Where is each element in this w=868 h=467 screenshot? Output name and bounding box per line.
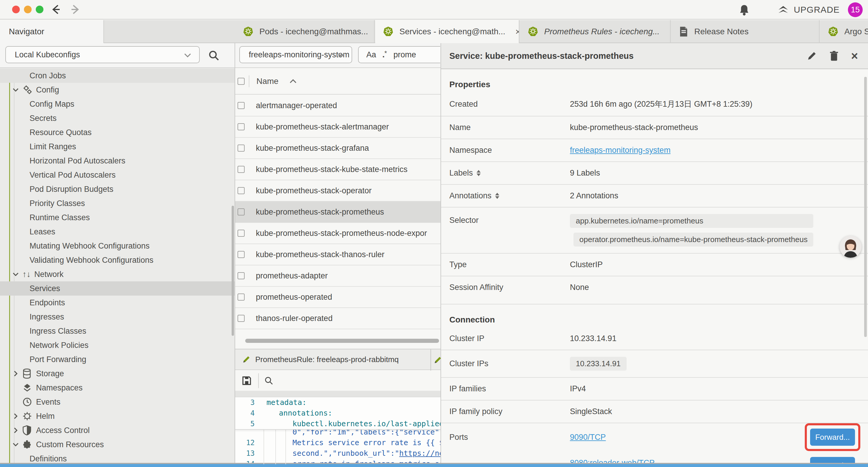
close-traffic-light[interactable] <box>12 6 20 13</box>
chevron-right-icon[interactable] <box>12 370 20 377</box>
table-row[interactable]: kube-prometheus-stack-kube-state-metrics <box>235 159 440 180</box>
upgrade-button[interactable]: UPGRADE <box>777 4 840 16</box>
sidebar-item-pod-disruption-budgets[interactable]: Pod Disruption Budgets <box>0 182 235 196</box>
selector-chip[interactable]: operator.prometheus.io/name=kube-prometh… <box>574 233 813 246</box>
tab-pods[interactable]: Pods - icecheng@mathmas... <box>235 20 375 43</box>
sidebar-section-network[interactable]: ↑↓ Network <box>0 267 235 282</box>
sidebar-item-resource-quotas[interactable]: Resource Quotas <box>0 125 235 140</box>
minimize-traffic-light[interactable] <box>24 6 32 13</box>
tab-release-notes[interactable]: Release Notes <box>671 20 819 43</box>
expand-collapse-icon[interactable] <box>495 193 499 199</box>
row-checkbox[interactable] <box>238 272 245 279</box>
sidebar-item-ingress-classes[interactable]: Ingress Classes <box>0 324 235 338</box>
namespace-link[interactable]: freeleaps-monitoring-system <box>570 146 671 155</box>
sidebar-item-validating-webhook-configurations[interactable]: Validating Webhook Configurations <box>0 253 235 267</box>
search-icon[interactable] <box>208 50 220 61</box>
sidebar-item-port-forwarding[interactable]: Port Forwarding <box>0 352 235 367</box>
table-row[interactable]: prometheus-adapter <box>235 265 440 287</box>
tab-argo[interactable]: Argo Se <box>820 20 868 43</box>
code-link[interactable]: https://net <box>399 449 440 458</box>
row-checkbox[interactable] <box>238 230 245 237</box>
regex-icon[interactable]: ▪* <box>382 49 387 60</box>
sidebar-item-vertical-pod-autoscalers[interactable]: Vertical Pod Autoscalers <box>0 168 235 182</box>
editor-search-icon[interactable] <box>264 376 274 385</box>
selector-chip[interactable]: app.kubernetes.io/name=prometheus <box>570 214 813 228</box>
table-row[interactable]: kube-prometheus-stack-alertmanager <box>235 116 440 138</box>
user-avatar[interactable] <box>840 236 862 258</box>
sidebar-item-endpoints[interactable]: Endpoints <box>0 296 235 310</box>
labels-count[interactable]: 9 Labels <box>570 169 600 178</box>
chevron-down-icon[interactable] <box>12 270 20 278</box>
chevron-right-icon[interactable] <box>12 412 20 420</box>
table-row[interactable]: alertmanager-operated <box>235 95 440 116</box>
notification-count-badge[interactable]: 15 <box>848 2 863 17</box>
table-row[interactable]: kube-prometheus-stack-thanos-ruler <box>235 244 440 265</box>
expand-collapse-icon[interactable] <box>476 170 481 176</box>
navigator-panel-tab[interactable]: Navigator <box>0 20 104 43</box>
table-row[interactable]: kube-prometheus-stack-prometheus-node-ex… <box>235 223 440 244</box>
zoom-traffic-light[interactable] <box>36 6 43 13</box>
chevron-down-icon[interactable] <box>12 86 20 94</box>
sidebar-section-storage[interactable]: Storage <box>0 367 235 381</box>
sidebar-item-horizontal-pod-autoscalers[interactable]: Horizontal Pod Autoscalers <box>0 154 235 168</box>
port-link[interactable]: 9090/TCP <box>570 433 655 442</box>
save-icon[interactable] <box>242 376 252 386</box>
annotations-count[interactable]: 2 Annotations <box>570 191 618 200</box>
row-checkbox[interactable] <box>238 187 245 194</box>
editor-tab-title[interactable]: PrometheusRule: freeleaps-prod-rabbitmq <box>255 355 399 364</box>
row-checkbox[interactable] <box>238 102 245 109</box>
chevron-down-icon[interactable] <box>12 441 20 448</box>
delete-trash-icon[interactable] <box>829 51 839 61</box>
table-row[interactable]: prometheus-operated <box>235 287 440 308</box>
notifications-bell-icon[interactable] <box>739 4 750 16</box>
sidebar-section-config[interactable]: Config <box>0 83 235 97</box>
sidebar-item-leases[interactable]: Leases <box>0 225 235 239</box>
row-checkbox[interactable] <box>238 251 245 258</box>
row-checkbox[interactable] <box>238 123 245 130</box>
sidebar-item-events[interactable]: Events <box>0 395 235 409</box>
list-search-input[interactable]: Aa ▪* prome <box>358 46 440 63</box>
sort-ascending-icon[interactable] <box>289 79 297 84</box>
sidebar-item-namespaces[interactable]: Namespaces <box>0 381 235 395</box>
tab-close-icon[interactable]: × <box>515 26 519 37</box>
table-row[interactable]: kube-prometheus-stack-operator <box>235 180 440 202</box>
table-row-selected[interactable]: kube-prometheus-stack-prometheus <box>235 202 440 223</box>
match-case-icon[interactable]: Aa <box>366 50 376 59</box>
yaml-editor[interactable]: 3metadata: 4annotations: 5kubectl.kubern… <box>235 397 440 464</box>
sidebar-item-limit-ranges[interactable]: Limit Ranges <box>0 140 235 154</box>
table-horizontal-scrollbar[interactable] <box>245 339 439 343</box>
row-checkbox[interactable] <box>238 166 245 173</box>
chevron-right-icon[interactable] <box>12 427 20 434</box>
name-column-header[interactable]: Name <box>256 77 279 86</box>
kubeconfig-selector[interactable]: Local Kubeconfigs <box>5 46 200 63</box>
table-row[interactable]: thanos-ruler-operated <box>235 308 440 329</box>
close-icon[interactable]: × <box>851 52 858 60</box>
sidebar-item-services-selected[interactable]: Services <box>0 282 235 296</box>
sidebar-item-cron-jobs[interactable]: Cron Jobs <box>0 68 235 83</box>
back-arrow-icon[interactable] <box>50 3 63 16</box>
sidebar-section-access-control[interactable]: Access Control <box>0 423 235 437</box>
sidebar-item-network-policies[interactable]: Network Policies <box>0 338 235 352</box>
sidebar-item-config-maps[interactable]: Config Maps <box>0 97 235 111</box>
row-checkbox[interactable] <box>238 315 245 322</box>
tab-prometheus-rules[interactable]: Prometheus Rules - icecheng... <box>520 20 671 43</box>
sidebar-item-runtime-classes[interactable]: Runtime Classes <box>0 210 235 225</box>
select-all-checkbox[interactable] <box>238 78 245 85</box>
forward-arrow-icon[interactable] <box>68 3 82 16</box>
table-row[interactable]: kube-prometheus-stack-grafana <box>235 138 440 159</box>
sidebar-item-priority-classes[interactable]: Priority Classes <box>0 196 235 210</box>
sidebar-section-helm[interactable]: Helm <box>0 409 235 423</box>
sidebar-item-secrets[interactable]: Secrets <box>0 111 235 125</box>
cluster-ip-chip[interactable]: 10.233.14.91 <box>570 357 627 371</box>
sidebar-scrollbar[interactable] <box>231 206 234 336</box>
sidebar-item-mutating-webhook-configurations[interactable]: Mutating Webhook Configurations <box>0 239 235 253</box>
sidebar-item-ingresses[interactable]: Ingresses <box>0 310 235 324</box>
row-checkbox[interactable] <box>238 208 245 215</box>
namespace-filter-selector[interactable]: freeleaps-monitoring-system <box>239 46 352 63</box>
tab-services-active[interactable]: Services - icecheng@math... × <box>375 20 519 43</box>
panel-scrollbar[interactable] <box>864 77 867 337</box>
edit-pencil-icon[interactable] <box>807 51 817 61</box>
row-checkbox[interactable] <box>238 145 245 152</box>
sidebar-section-custom-resources[interactable]: Custom Resources <box>0 437 235 451</box>
row-checkbox[interactable] <box>238 293 245 300</box>
